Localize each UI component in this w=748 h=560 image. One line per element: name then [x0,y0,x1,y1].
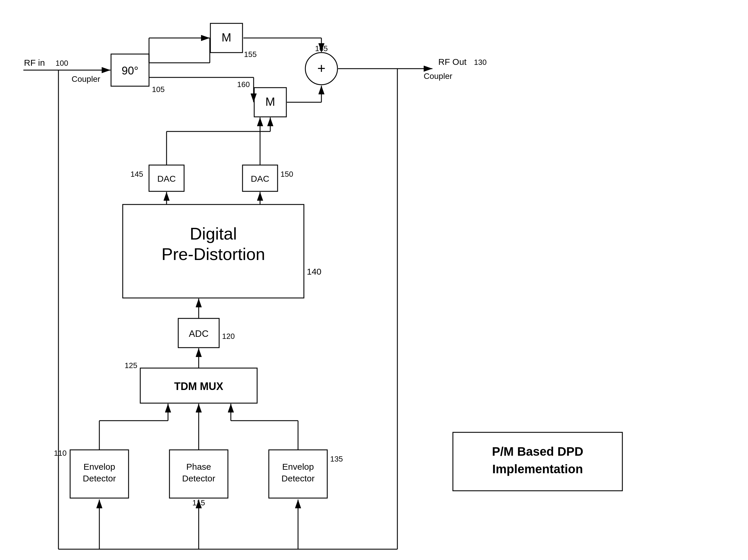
rf-out-label: RF Out [438,57,467,67]
svg-text:Envelop: Envelop [84,462,115,471]
ref-160: 160 [237,80,250,89]
svg-text:M: M [221,31,231,44]
svg-text:Pre-Distortion: Pre-Distortion [162,244,265,263]
ref-105: 105 [152,85,164,94]
svg-text:Detector: Detector [281,473,314,483]
svg-text:Digital: Digital [190,224,237,243]
ref-145: 145 [131,170,143,179]
ref-110: 110 [54,449,67,458]
ref-125: 125 [125,361,137,370]
coupler-left-label: Coupler [72,74,100,84]
svg-text:DAC: DAC [157,174,176,183]
svg-text:Detector: Detector [83,473,116,483]
svg-text:DAC: DAC [251,174,269,183]
svg-text:P/M Based DPD: P/M Based DPD [492,445,584,458]
svg-text:+: + [317,61,326,76]
ref-140: 140 [307,267,321,276]
ref-150: 150 [281,170,293,179]
svg-text:Detector: Detector [182,473,215,483]
ref-120: 120 [222,332,235,341]
svg-text:TDM MUX: TDM MUX [174,380,223,392]
coupler-right-label: Coupler [424,72,452,80]
svg-text:ADC: ADC [189,328,209,339]
rf-in-ref: 100 [55,59,68,68]
svg-text:Implementation: Implementation [492,462,583,476]
diagram-container: 90° 105 M 155 M 160 + 165 DAC 145 DAC 15… [0,0,748,560]
svg-text:M: M [265,95,275,108]
ref-135: 135 [330,454,343,463]
ref-155: 155 [244,50,257,59]
title-box [453,432,622,491]
svg-text:Phase: Phase [186,462,211,471]
svg-text:90°: 90° [121,65,138,77]
rf-in-label: RF in [24,58,45,68]
svg-text:Envelop: Envelop [282,462,314,471]
rf-out-ref: 130 [474,58,487,67]
